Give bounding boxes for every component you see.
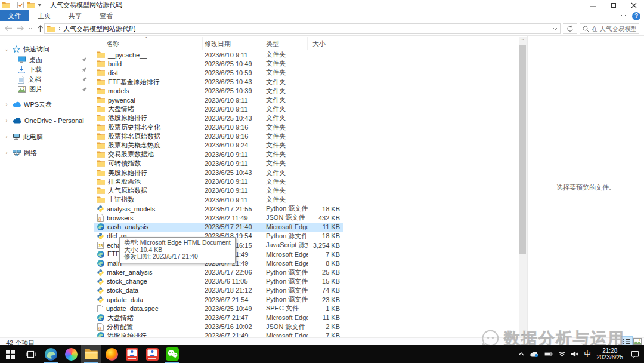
file-row-build[interactable]: build2023/6/25 10:49文件夹 bbox=[94, 59, 343, 68]
file-row-__pycache__[interactable]: __pycache__2023/6/10 9:11文件夹 bbox=[94, 50, 343, 59]
file-row-交易股票数据池[interactable]: 交易股票数据池2023/6/10 9:11文件夹 bbox=[94, 150, 343, 159]
minimize-button[interactable] bbox=[583, 0, 603, 10]
wifi-icon[interactable] bbox=[558, 351, 566, 357]
file-row-update_data[interactable]: update_data2023/6/7 21:54Python 源文件23 KB bbox=[94, 295, 343, 304]
taskbar-start-icon[interactable] bbox=[0, 345, 20, 363]
scroll-up-icon[interactable]: ⌃ bbox=[519, 37, 527, 45]
file-row-分析配置[interactable]: {}分析配置2023/5/16 10:02JSON 源文件2 KB bbox=[94, 322, 343, 331]
file-row-大盘情绪[interactable]: 大盘情绪2023/6/7 21:47Microsoft Edge ...11 K… bbox=[94, 313, 343, 322]
file-row-美股原始排行[interactable]: 美股原始排行2023/6/25 10:43文件夹 bbox=[94, 168, 343, 177]
file-name: pywencai bbox=[108, 97, 135, 104]
onedrive-tray-icon[interactable] bbox=[530, 351, 538, 357]
file-row-股票历史排名变化[interactable]: 股票历史排名变化2023/6/10 9:16文件夹 bbox=[94, 123, 343, 132]
file-name: 大盘情绪 bbox=[108, 104, 134, 113]
file-row-browsers[interactable]: {}browsers2023/6/2 11:49JSON 源文件432 KB bbox=[94, 213, 343, 222]
help-icon[interactable]: ? bbox=[632, 12, 640, 20]
file-type-cell: Microsoft Edge ... bbox=[264, 332, 308, 337]
breadcrumb[interactable]: 人气交易模型网站源代码 bbox=[63, 24, 135, 33]
date-modified-cell: 2023/6/10 9:24 bbox=[203, 141, 264, 149]
folder-icon bbox=[97, 187, 105, 194]
column-header-size[interactable]: 大小 bbox=[308, 37, 343, 50]
ribbon-tab-文件[interactable]: 文件 bbox=[0, 10, 29, 21]
collapse-chevron-icon[interactable]: ⌄ bbox=[4, 46, 10, 52]
file-row-update_data.spec[interactable]: update_data.spec2023/6/25 10:49SPEC 文件1 … bbox=[94, 304, 343, 313]
file-name: maker_analysis bbox=[107, 269, 152, 276]
file-row-dist[interactable]: dist2023/6/25 10:59文件夹 bbox=[94, 68, 343, 77]
tray-time: 21:28 bbox=[602, 347, 617, 354]
sidebar-item-网络[interactable]: ›网络 bbox=[0, 147, 94, 159]
file-row-analysis_models[interactable]: analysis_models2023/5/17 21:55Python 源文件… bbox=[94, 204, 343, 213]
ribbon-tab-共享[interactable]: 共享 bbox=[60, 10, 91, 21]
sidebar-item-文档[interactable]: 文档 bbox=[0, 75, 94, 85]
file-row-pywencai[interactable]: pywencai2023/6/10 9:11文件夹 bbox=[94, 96, 343, 104]
vertical-scrollbar[interactable]: ⌃ ⌄ bbox=[519, 37, 527, 337]
back-button[interactable] bbox=[2, 23, 14, 35]
expand-ribbon-chevron-icon[interactable] bbox=[621, 14, 626, 18]
new-folder-icon[interactable] bbox=[27, 2, 35, 8]
search-input[interactable] bbox=[592, 25, 636, 32]
file-row-股票相关概念热度[interactable]: 股票相关概念热度2023/6/10 9:24文件夹 bbox=[94, 141, 343, 150]
ribbon-tab-主页[interactable]: 主页 bbox=[29, 10, 60, 21]
file-row-stock_data[interactable]: stock_data2023/5/18 21:12Python 源文件74 KB bbox=[94, 286, 343, 295]
sidebar-item-WPS云盘[interactable]: ›WPS云盘 bbox=[0, 99, 94, 110]
taskbar-firefox-icon[interactable] bbox=[101, 345, 122, 363]
expand-chevron-icon[interactable]: › bbox=[4, 150, 10, 156]
pin-icon bbox=[82, 76, 87, 82]
scrollbar-thumb[interactable] bbox=[519, 45, 526, 254]
recent-locations-chevron-icon[interactable] bbox=[26, 23, 34, 35]
expand-chevron-icon[interactable]: › bbox=[4, 134, 10, 140]
column-header-type[interactable]: 类型 bbox=[264, 37, 308, 50]
address-bar[interactable]: 人气交易模型网站源代码 bbox=[44, 23, 561, 34]
taskbar-stock-app-2-icon[interactable] bbox=[142, 345, 162, 363]
file-size-cell: 432 KB bbox=[308, 214, 343, 222]
refresh-button[interactable] bbox=[563, 23, 577, 34]
action-center-icon[interactable] bbox=[631, 350, 639, 358]
sidebar-item-此电脑[interactable]: ›此电脑 bbox=[0, 131, 94, 143]
expand-chevron-icon[interactable]: › bbox=[4, 101, 10, 107]
sidebar-item-桌面[interactable]: 桌面 bbox=[0, 55, 94, 65]
ribbon-tab-查看[interactable]: 查看 bbox=[91, 10, 122, 21]
qat-customize-chevron-icon[interactable] bbox=[38, 4, 42, 7]
file-row-港股原始排行[interactable]: 港股原始排行2023/6/25 10:43文件夹 bbox=[94, 113, 343, 122]
sidebar-item-图片[interactable]: 图片 bbox=[0, 85, 94, 95]
sidebar-item-OneDrive - Personal[interactable]: ›OneDrive - Personal bbox=[0, 115, 94, 127]
forward-button[interactable] bbox=[14, 23, 26, 35]
taskbar-color-wheel-icon[interactable] bbox=[61, 345, 81, 363]
file-row-stock_change[interactable]: stock_change2023/5/6 11:05Python 源文件15 K… bbox=[94, 277, 343, 286]
ime-indicator[interactable]: 中 bbox=[584, 349, 592, 359]
file-row-cash_analysis[interactable]: cash_analysis2023/5/17 21:40Microsoft Ed… bbox=[94, 223, 343, 232]
file-row-maker_analysis[interactable]: maker_analysis2023/5/17 22:06Python 源文件2… bbox=[94, 268, 343, 277]
volume-icon[interactable] bbox=[571, 351, 579, 357]
file-row-港股原始排行[interactable]: 港股原始排行2023/6/7 21:49Microsoft Edge ...7 … bbox=[94, 331, 343, 337]
file-row-ETF基金原始排行[interactable]: ETF基金原始排行2023/6/25 10:43文件夹 bbox=[94, 78, 343, 87]
file-row-大盘情绪[interactable]: 大盘情绪2023/6/10 9:11文件夹 bbox=[94, 104, 343, 113]
maximize-button[interactable] bbox=[603, 0, 624, 10]
taskbar-task-view-icon[interactable] bbox=[20, 345, 41, 363]
file-row-上证指数[interactable]: 上证指数2023/6/10 9:11文件夹 bbox=[94, 195, 343, 204]
file-row-排名股票池[interactable]: 排名股票池2023/6/10 9:11文件夹 bbox=[94, 177, 343, 186]
scroll-down-icon[interactable]: ⌄ bbox=[519, 330, 527, 337]
address-dropdown-chevron-icon[interactable] bbox=[553, 27, 558, 30]
file-row-人气原始数据[interactable]: 人气原始数据2023/6/10 9:11文件夹 bbox=[94, 186, 343, 195]
taskbar-explorer-icon[interactable] bbox=[81, 345, 101, 363]
file-row-models[interactable]: models2023/6/25 10:39文件夹 bbox=[94, 87, 343, 96]
file-row-可转债指数[interactable]: 可转债指数2023/6/10 9:11文件夹 bbox=[94, 159, 343, 168]
expand-chevron-icon[interactable]: › bbox=[4, 118, 10, 124]
properties-icon[interactable] bbox=[17, 2, 24, 8]
battery-icon[interactable] bbox=[544, 352, 553, 356]
file-name: stock_data bbox=[107, 287, 138, 294]
column-header-date[interactable]: 修改日期 bbox=[203, 37, 264, 50]
tray-expand-chevron-icon[interactable] bbox=[518, 352, 524, 356]
taskbar-wechat-icon[interactable] bbox=[162, 345, 182, 363]
file-name: 可转债指数 bbox=[108, 159, 141, 168]
edge-icon bbox=[97, 332, 104, 337]
sidebar-item-下载[interactable]: 下载 bbox=[0, 65, 94, 75]
file-row-股票排名原始数据[interactable]: 股票排名原始数据2023/6/10 9:16文件夹 bbox=[94, 132, 343, 141]
taskbar-edge-icon[interactable] bbox=[41, 345, 61, 363]
search-box[interactable] bbox=[580, 23, 639, 34]
taskbar-stock-app-icon[interactable] bbox=[122, 345, 142, 363]
close-button[interactable] bbox=[624, 0, 644, 10]
sidebar-item-快速访问[interactable]: ⌄快速访问 bbox=[0, 43, 94, 55]
clock[interactable]: 21:28 2023/6/25 bbox=[597, 347, 624, 361]
column-header-name[interactable]: ⌃ 名称 bbox=[94, 37, 203, 50]
